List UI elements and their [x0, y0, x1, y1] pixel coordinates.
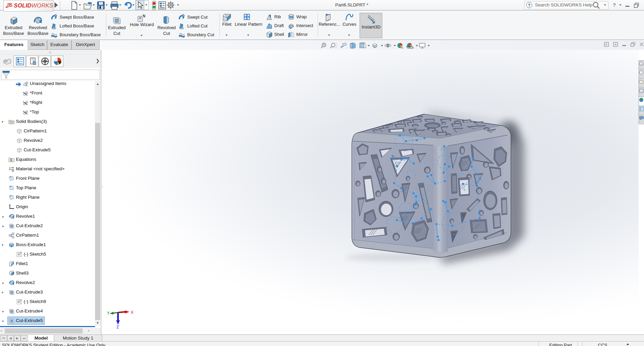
svg-text:X: X	[131, 310, 133, 315]
svg-text:Y: Y	[107, 311, 110, 316]
svg-text:A: A	[25, 84, 28, 87]
svg-text:Z: Z	[116, 325, 119, 329]
svg-text:Σ: Σ	[10, 158, 13, 162]
